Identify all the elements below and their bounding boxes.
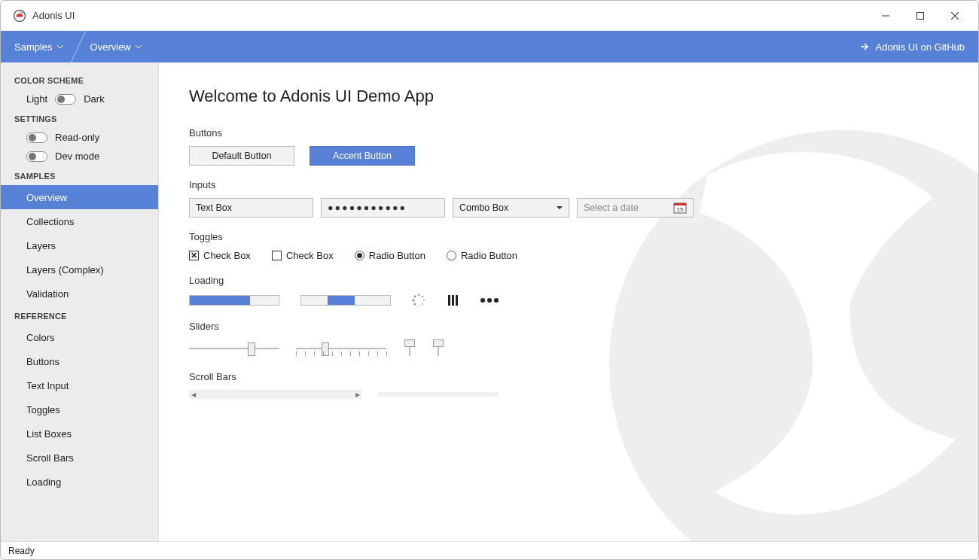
theme-toggle[interactable] <box>55 94 76 105</box>
status-text: Ready <box>8 546 35 556</box>
sidebar: COLOR SCHEME Light Dark SETTINGS Read-on… <box>1 62 159 541</box>
menu-overview[interactable]: Overview <box>77 31 155 62</box>
slider-vertical[interactable] <box>403 339 416 358</box>
svg-point-12 <box>412 299 414 301</box>
chevron-down-icon <box>57 45 63 49</box>
sidebar-item-text-input[interactable]: Text Input <box>1 373 158 397</box>
datepicker-input[interactable]: Select a date 15 <box>577 198 694 218</box>
sidebar-item-layers-complex[interactable]: Layers (Complex) <box>1 257 158 282</box>
sidebar-item-validation[interactable]: Validation <box>1 282 158 306</box>
combobox-input[interactable]: Combo Box <box>453 198 569 218</box>
label-readonly: Read-only <box>55 132 99 143</box>
menu-label: Overview <box>90 41 131 53</box>
sidebar-item-colors[interactable]: Colors <box>1 325 158 349</box>
sidebar-item-overview[interactable]: Overview <box>1 185 158 209</box>
radio-label: Radio Button <box>369 250 425 261</box>
svg-point-18 <box>487 298 492 303</box>
password-input[interactable]: ●●●●●●●●●●● <box>321 198 445 218</box>
radio-icon <box>447 251 456 260</box>
svg-rect-15 <box>452 295 454 306</box>
sidebar-item-label: Layers (Complex) <box>26 264 104 275</box>
scrollbar-thin[interactable] <box>377 392 498 397</box>
checkbox-icon <box>272 251 282 260</box>
menubar: Samples Overview Adonis UI on GitHub <box>1 31 978 62</box>
sidebar-heading-settings: SETTINGS <box>1 108 158 128</box>
accent-button[interactable]: Accent Button <box>310 146 415 166</box>
scrollbar-arrow-left-icon[interactable]: ◀ <box>189 390 198 399</box>
slider-vertical-ticks[interactable] <box>433 339 447 358</box>
section-buttons: Buttons <box>189 127 948 138</box>
textbox-input[interactable]: Text Box <box>189 198 313 218</box>
radio-selected[interactable]: Radio Button <box>355 250 425 261</box>
sidebar-item-label: Scroll Bars <box>26 452 74 464</box>
color-scheme-toggle-row: Light Dark <box>1 90 158 108</box>
svg-point-13 <box>414 296 416 298</box>
slider-ticks-icon <box>446 339 447 358</box>
svg-rect-16 <box>456 295 458 306</box>
minimize-button[interactable] <box>868 1 903 31</box>
spinner-bars-icon <box>447 294 459 306</box>
devmode-toggle-row: Dev mode <box>1 147 158 166</box>
svg-point-11 <box>414 303 416 306</box>
svg-point-8 <box>423 300 425 301</box>
sidebar-item-layers[interactable]: Layers <box>1 233 158 257</box>
scrollbar-classic[interactable]: ◀ ▶ <box>189 390 362 399</box>
button-label: Default Button <box>212 151 271 161</box>
sidebar-item-scroll-bars[interactable]: Scroll Bars <box>1 446 158 470</box>
sidebar-item-label: Collections <box>26 216 75 227</box>
svg-rect-14 <box>448 295 450 306</box>
close-button[interactable] <box>938 1 972 31</box>
sidebar-item-label: Text Input <box>26 380 69 391</box>
radio-icon <box>355 251 364 260</box>
menu-samples[interactable]: Samples <box>1 31 77 62</box>
chevron-down-icon <box>136 45 142 49</box>
button-label: Accent Button <box>333 151 392 161</box>
svg-point-10 <box>418 305 419 306</box>
devmode-toggle[interactable] <box>26 151 47 162</box>
sidebar-item-label: Toggles <box>26 404 60 415</box>
slider-horizontal-ticks[interactable] <box>296 341 386 356</box>
checkbox-checked[interactable]: ✕ Check Box <box>189 250 251 261</box>
svg-point-6 <box>418 294 419 296</box>
label-light: Light <box>26 93 47 105</box>
sidebar-item-buttons[interactable]: Buttons <box>1 349 158 373</box>
menu-label: Samples <box>14 41 53 53</box>
scrollbar-arrow-right-icon[interactable]: ▶ <box>353 390 362 399</box>
svg-rect-4 <box>674 203 686 205</box>
arrow-right-icon <box>860 42 869 51</box>
svg-point-9 <box>422 303 423 305</box>
statusbar: Ready <box>1 541 978 559</box>
section-inputs: Inputs <box>189 179 948 190</box>
progressbar-determinate <box>189 295 279 306</box>
checkbox-icon: ✕ <box>189 251 199 260</box>
svg-rect-1 <box>917 12 924 19</box>
menu-github-link[interactable]: Adonis UI on GitHub <box>846 41 978 53</box>
label-dark: Dark <box>84 93 104 105</box>
svg-point-17 <box>480 298 485 303</box>
sidebar-item-collections[interactable]: Collections <box>1 209 158 233</box>
input-value: ●●●●●●●●●●● <box>328 202 407 213</box>
sidebar-heading-colorscheme: COLOR SCHEME <box>1 70 158 90</box>
radio-unselected[interactable]: Radio Button <box>447 250 517 261</box>
sidebar-item-label: Validation <box>26 288 69 300</box>
spinner-dots-icon <box>480 297 499 304</box>
section-loading: Loading <box>189 275 948 286</box>
spinner-circle-icon <box>412 294 425 307</box>
svg-point-7 <box>422 296 423 297</box>
sidebar-item-toggles[interactable]: Toggles <box>1 397 158 422</box>
sidebar-item-list-boxes[interactable]: List Boxes <box>1 422 158 446</box>
section-toggles: Toggles <box>189 231 948 242</box>
svg-point-2 <box>609 130 978 541</box>
input-value: Text Box <box>196 202 232 213</box>
maximize-button[interactable] <box>903 1 938 31</box>
checkbox-label: Check Box <box>203 250 251 261</box>
readonly-toggle[interactable] <box>26 132 47 143</box>
checkbox-unchecked[interactable]: Check Box <box>272 250 334 261</box>
label-devmode: Dev mode <box>55 151 99 162</box>
slider-horizontal[interactable] <box>189 341 279 356</box>
sidebar-heading-reference: REFERENCE <box>1 306 158 325</box>
sidebar-item-loading[interactable]: Loading <box>1 470 158 494</box>
readonly-toggle-row: Read-only <box>1 128 158 147</box>
section-sliders: Sliders <box>189 321 948 332</box>
default-button[interactable]: Default Button <box>189 146 294 166</box>
